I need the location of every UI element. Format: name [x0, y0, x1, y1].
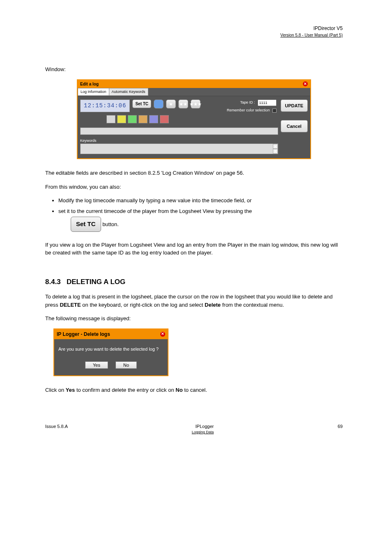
edit-log-window: Edit a log ✕ Log Information Automatic K…: [77, 79, 311, 160]
swatch-purple[interactable]: [149, 115, 158, 123]
star-one-icon[interactable]: ★: [166, 99, 176, 109]
timecode-field[interactable]: 12:15:34:06: [80, 99, 130, 112]
color-blue-icon[interactable]: [154, 99, 164, 109]
text: to cancel.: [183, 387, 207, 393]
text: on the keyboard, or right-click on the l…: [81, 302, 205, 308]
section-heading: 8.4.3 DELETING A LOG: [45, 277, 343, 287]
text: set it to the current timecode of the pl…: [58, 208, 252, 214]
window-title: Edit a log: [80, 81, 99, 87]
text: to confirm and delete the entry or click…: [75, 387, 175, 393]
key-name: DELETE: [60, 302, 81, 308]
list-item: Modify the log timecode manually by typi…: [58, 197, 343, 205]
doc-version: Version 5.8 - User Manual (Part 5): [45, 32, 343, 38]
text: from the contextual menu.: [221, 302, 284, 308]
swatch-yellow[interactable]: [117, 115, 126, 123]
remember-color-label: Remember color selection: [227, 108, 270, 113]
heading-title: DELETING A LOG: [67, 278, 125, 286]
section-ref: 8.2.5: [148, 170, 160, 176]
update-button[interactable]: UPDATE: [281, 99, 308, 112]
page-header: IPDirector V5 Version 5.8 - User Manual …: [45, 25, 343, 38]
star-two-icon[interactable]: ★★: [178, 99, 188, 109]
keywords-textarea[interactable]: ▴ ▾: [80, 143, 278, 154]
button-name: No: [175, 387, 182, 393]
menu-item-name: Delete: [205, 302, 221, 308]
para-confirm: Click on Yes to confirm and delete the e…: [45, 386, 343, 394]
close-icon[interactable]: ✕: [160, 332, 165, 337]
dialog-message: Are you sure you want to delete the sele…: [58, 346, 164, 353]
page-number: 69: [338, 423, 343, 435]
para-delete-instructions: To delete a log that is present in the l…: [45, 293, 343, 309]
list-item: set it to the current timecode of the pl…: [58, 207, 343, 235]
swatch-orange[interactable]: [138, 115, 148, 123]
tape-id-input[interactable]: [258, 99, 277, 106]
button-name: Yes: [66, 387, 75, 393]
scroll-up-icon[interactable]: ▴: [273, 144, 278, 149]
text: Click on: [45, 387, 66, 393]
keywords-label: Keywords: [80, 138, 278, 144]
text: The editable fields are described in sec…: [45, 170, 148, 176]
star-three-icon[interactable]: ★★★: [191, 99, 201, 109]
page-footer: Issue 5.8.A IPLogger Logging Data 69: [45, 423, 343, 435]
text: button.: [101, 221, 119, 227]
swatch-grey[interactable]: [106, 115, 115, 123]
para-editable-fields: The editable fields are described in sec…: [45, 169, 343, 177]
cancel-button[interactable]: Cancel: [281, 120, 308, 132]
close-icon[interactable]: ✕: [303, 81, 308, 86]
footer-section: IPLogger: [192, 423, 214, 430]
set-tc-button[interactable]: Set TC: [132, 99, 151, 108]
tabs-row: Log Information Automatic Keywords: [78, 88, 310, 97]
para-view-log: If you view a log on the Player from Log…: [45, 241, 343, 257]
heading-number: 8.4.3: [45, 278, 61, 286]
scroll-down-icon[interactable]: ▾: [273, 149, 278, 154]
bullet-list: Modify the log timecode manually by typi…: [58, 197, 343, 235]
tab-log-information[interactable]: Log Information: [78, 88, 109, 96]
dialog-title: IP Logger - Delete logs: [57, 331, 110, 338]
para-from-window: From this window, you can also:: [45, 183, 343, 191]
footer-subsection: Logging Data: [192, 430, 214, 435]
set-tc-button-image: Set TC: [71, 217, 101, 232]
remember-color-checkbox[interactable]: [272, 109, 277, 113]
intro-text: Window:: [45, 65, 343, 74]
dialog-title-bar: IP Logger - Delete logs ✕: [54, 329, 168, 339]
window-title-bar: Edit a log ✕: [78, 80, 310, 88]
tape-id-label: Tape ID :: [240, 100, 255, 106]
no-button[interactable]: No: [115, 361, 137, 369]
swatch-red[interactable]: [160, 115, 169, 123]
text: .: [243, 170, 244, 176]
para-following-message: The following message is displayed:: [45, 314, 343, 323]
product-name: IPDirector V5: [45, 25, 343, 32]
color-swatch-row: [106, 115, 278, 123]
page-ref: 56: [237, 170, 242, 176]
text: 'Log Creation Window' on page: [160, 170, 237, 176]
swatch-green[interactable]: [128, 115, 137, 123]
tab-automatic-keywords[interactable]: Automatic Keywords: [109, 88, 148, 96]
log-name-input[interactable]: [80, 127, 278, 135]
yes-button[interactable]: Yes: [85, 361, 108, 369]
footer-issue: Issue 5.8.A: [45, 423, 68, 435]
delete-dialog: IP Logger - Delete logs ✕ Are you sure y…: [53, 328, 168, 377]
